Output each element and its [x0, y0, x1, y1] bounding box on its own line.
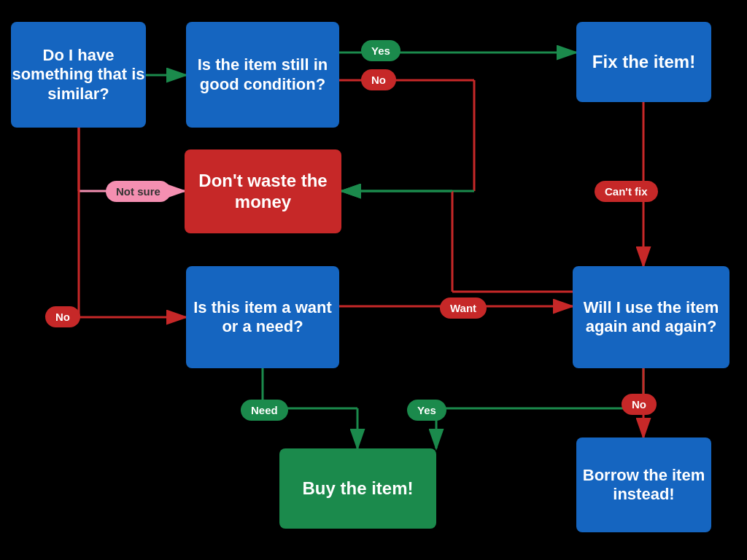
- not-sure-pill: Not sure: [106, 181, 171, 202]
- flowchart: Do I have something that is similar? Is …: [0, 0, 747, 560]
- yes1-pill: Yes: [361, 40, 400, 61]
- no2-pill: No: [45, 306, 80, 327]
- want-or-need-node: Is this item a want or a need?: [186, 266, 339, 368]
- yes2-pill: Yes: [407, 400, 446, 421]
- no1-pill: No: [361, 69, 396, 90]
- dont-waste-node: Don't waste the money: [185, 149, 341, 233]
- no3-pill: No: [622, 394, 657, 415]
- want-pill: Want: [440, 298, 487, 319]
- buy-node: Buy the item!: [279, 448, 436, 529]
- cant-fix-pill: Can't fix: [595, 181, 658, 202]
- need-pill: Need: [241, 400, 288, 421]
- condition1-node: Is the item still in good condition?: [186, 22, 339, 128]
- borrow-node: Borrow the item instead!: [576, 438, 711, 532]
- start-node: Do I have something that is similar?: [11, 22, 146, 128]
- will-use-node: Will I use the item again and again?: [573, 266, 729, 368]
- fix-node: Fix the item!: [576, 22, 711, 102]
